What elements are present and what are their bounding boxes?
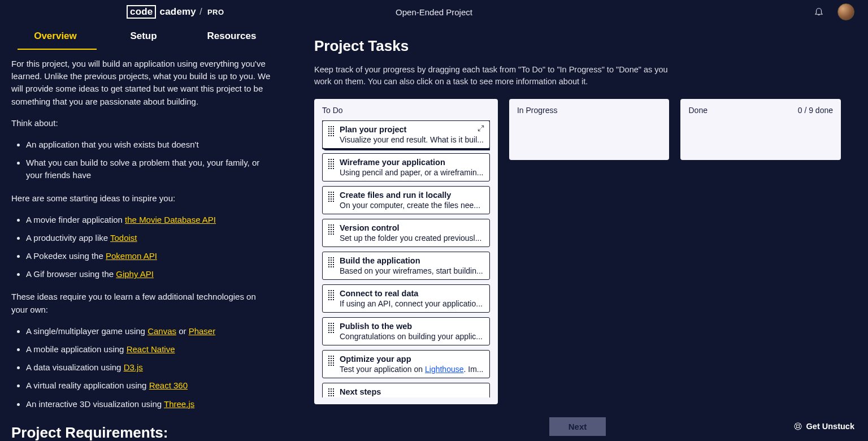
link-canvas[interactable]: Canvas <box>147 326 176 336</box>
task-card[interactable]: Build the applicationBased on your wiref… <box>322 252 490 280</box>
tasks-heading: Project Tasks <box>314 37 841 55</box>
column-todo-label: To Do <box>322 106 343 115</box>
task-card-desc: Based on your wireframes, start buildin.… <box>340 266 484 275</box>
tab-setup[interactable]: Setup <box>99 31 188 43</box>
link-react-native[interactable]: React Native <box>127 344 175 354</box>
logo-code: code <box>127 5 156 19</box>
link-phaser[interactable]: Phaser <box>189 326 216 336</box>
task-card[interactable]: Version controlSet up the folder you cre… <box>322 219 490 247</box>
link-react-360[interactable]: React 360 <box>149 381 188 390</box>
drag-handle-icon[interactable] <box>328 126 334 144</box>
task-card[interactable]: Publish to the webCongratulations on bui… <box>322 317 490 345</box>
column-done-label: Done <box>688 106 707 115</box>
tasks-subheading: Keep track of your progress by dragging … <box>314 64 676 88</box>
task-card-title: Optimize your app <box>340 354 484 364</box>
idea-item: A productivity app like Todoist <box>26 232 274 244</box>
task-card-desc: Set up the folder you created previousl.… <box>340 234 484 243</box>
think-item: An application that you wish exists but … <box>26 139 274 151</box>
bell-icon[interactable] <box>814 6 824 18</box>
drag-handle-icon[interactable] <box>328 356 334 374</box>
page-title: Open-Ended Project <box>396 7 472 17</box>
tech-item: A single/multiplayer game using Canvas o… <box>26 325 274 338</box>
tech-item: A data visualization using D3.js <box>26 361 274 374</box>
task-card[interactable]: Create files and run it locallyOn your c… <box>322 186 490 214</box>
task-card-title: Version control <box>340 223 484 232</box>
idea-item: A Gif browser using the Giphy API <box>26 268 274 280</box>
logo-pro: PRO <box>207 8 224 16</box>
next-button[interactable]: Next <box>549 417 606 436</box>
tab-underline <box>18 49 97 50</box>
task-card-title: Wireframe your application <box>340 158 484 167</box>
drag-handle-icon[interactable] <box>328 257 334 275</box>
tech-item: A virtual reality application using Reac… <box>26 379 274 392</box>
expand-icon[interactable] <box>477 124 485 132</box>
logo[interactable]: codecademy / PRO <box>127 5 224 19</box>
additional-tech-label: These ideas require you to learn a few a… <box>11 291 274 315</box>
task-card[interactable]: Connect to real dataIf using an API, con… <box>322 284 490 313</box>
task-card-desc: Test your application on Lighthouse. Im.… <box>340 365 484 374</box>
column-in-progress-label: In Progress <box>517 106 558 115</box>
logo-cademy: cademy <box>159 6 196 18</box>
overview-panel[interactable]: For this project, you will build an appl… <box>0 55 285 441</box>
link-lighthouse[interactable]: Lighthouse <box>425 365 464 374</box>
task-card[interactable]: Next stepsGo back to the project require… <box>322 383 490 397</box>
task-card-title: Publish to the web <box>340 322 484 331</box>
task-card-desc: Congratulations on building your applic.… <box>340 332 484 341</box>
task-card-title: Connect to real data <box>340 289 484 298</box>
task-card-desc: Using pencil and paper, or a wireframin.… <box>340 168 484 177</box>
drag-handle-icon[interactable] <box>328 159 334 177</box>
think-about-label: Think about: <box>11 117 274 129</box>
drag-handle-icon[interactable] <box>328 323 334 341</box>
get-unstuck-button[interactable]: Get Unstuck <box>793 422 854 431</box>
link-giphy-api[interactable]: Giphy API <box>116 269 154 279</box>
link-movie-db[interactable]: the Movie Database API <box>125 215 216 224</box>
task-card-desc: If using an API, connect your applicatio… <box>340 299 484 308</box>
column-todo[interactable]: To Do Plan your projectVisualize your en… <box>314 99 498 404</box>
tab-resources[interactable]: Resources <box>188 31 276 43</box>
task-card[interactable]: Wireframe your applicationUsing pencil a… <box>322 153 490 181</box>
column-done[interactable]: Done 0 / 9 done <box>680 99 841 160</box>
task-card-title: Build the application <box>340 256 484 265</box>
starting-ideas-label: Here are some starting ideas to inspire … <box>11 192 274 205</box>
link-threejs[interactable]: Three.js <box>164 399 194 409</box>
task-card-title: Plan your project <box>340 125 484 134</box>
task-card-title: Create files and run it locally <box>340 191 484 200</box>
task-card-desc: Visualize your end result. What is it bu… <box>340 135 484 144</box>
tab-overview[interactable]: Overview <box>11 31 99 43</box>
lifebuoy-icon <box>793 422 802 431</box>
idea-item: A movie finder application the Movie Dat… <box>26 214 274 226</box>
requirements-heading: Project Requirements: <box>11 422 274 441</box>
task-card[interactable]: Optimize your appTest your application o… <box>322 350 490 378</box>
link-todoist[interactable]: Todoist <box>110 233 137 243</box>
svg-point-1 <box>796 425 799 427</box>
drag-handle-icon[interactable] <box>328 192 334 210</box>
get-unstuck-label: Get Unstuck <box>806 422 854 431</box>
idea-item: A Pokedex using the Pokemon API <box>26 250 274 262</box>
link-d3[interactable]: D3.js <box>124 362 143 372</box>
column-in-progress[interactable]: In Progress <box>509 99 670 160</box>
kanban-board: To Do Plan your projectVisualize your en… <box>314 99 841 434</box>
task-card-title: Next steps <box>340 387 484 396</box>
done-count: 0 / 9 done <box>798 106 833 115</box>
tech-item: A mobile application using React Native <box>26 343 274 356</box>
avatar[interactable] <box>837 3 854 20</box>
logo-slash: / <box>199 6 202 18</box>
task-card-desc: On your computer, create the files nee..… <box>340 201 484 210</box>
think-item: What you can build to solve a problem th… <box>26 157 274 181</box>
drag-handle-icon[interactable] <box>328 388 334 397</box>
tech-item: An interactive 3D visualization using Th… <box>26 398 274 410</box>
drag-handle-icon[interactable] <box>328 224 334 243</box>
task-card[interactable]: Plan your projectVisualize your end resu… <box>322 120 490 149</box>
link-pokemon-api[interactable]: Pokemon API <box>106 251 157 261</box>
drag-handle-icon[interactable] <box>328 290 334 308</box>
overview-intro: For this project, you will build an appl… <box>11 58 274 108</box>
